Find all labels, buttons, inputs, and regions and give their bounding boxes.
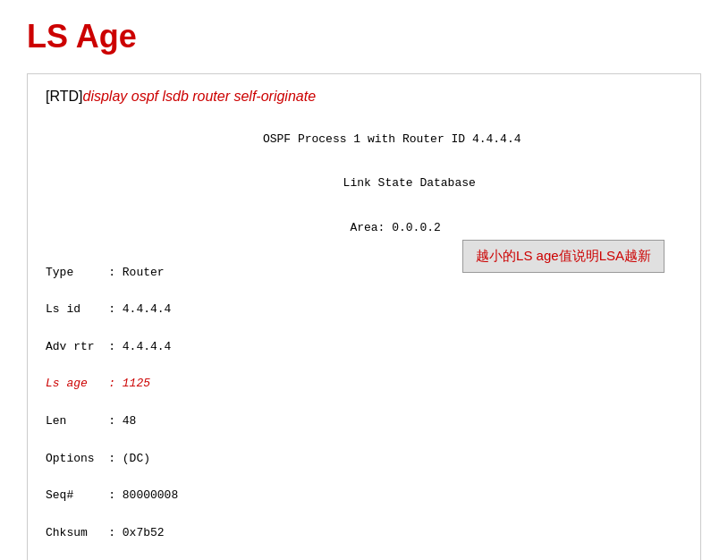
command-line: [RTD]display ospf lsdb router self-origi… <box>46 89 682 105</box>
field-options: Options : (DC) <box>46 450 682 469</box>
field-ls-id: Ls id : 4.4.4.4 <box>46 301 682 319</box>
field-chksum: Chksum : 0x7b52 <box>46 524 682 543</box>
area-line: Area: 0.0.0.2 <box>46 219 682 238</box>
header-line2: Link State Database <box>46 174 682 193</box>
terminal-block: [RTD]display ospf lsdb router self-origi… <box>27 73 701 560</box>
header-line1: OSPF Process 1 with Router ID 4.4.4.4 <box>46 131 682 149</box>
tooltip-box: 越小的LS age值说明LSA越新 <box>462 240 665 273</box>
field-ls-age: Ls age : 1125 <box>46 375 682 394</box>
output-block: OSPF Process 1 with Router ID 4.4.4.4 Li… <box>46 112 682 560</box>
field-adv-rtr: Adv rtr : 4.4.4.4 <box>46 338 682 357</box>
field-seq: Seq# : 80000008 <box>46 487 682 505</box>
field-len: Len : 48 <box>46 412 682 431</box>
command-text: display ospf lsdb router self-originate <box>82 89 316 104</box>
page-title: LS Age <box>27 18 701 55</box>
prompt: [RTD] <box>46 89 82 104</box>
